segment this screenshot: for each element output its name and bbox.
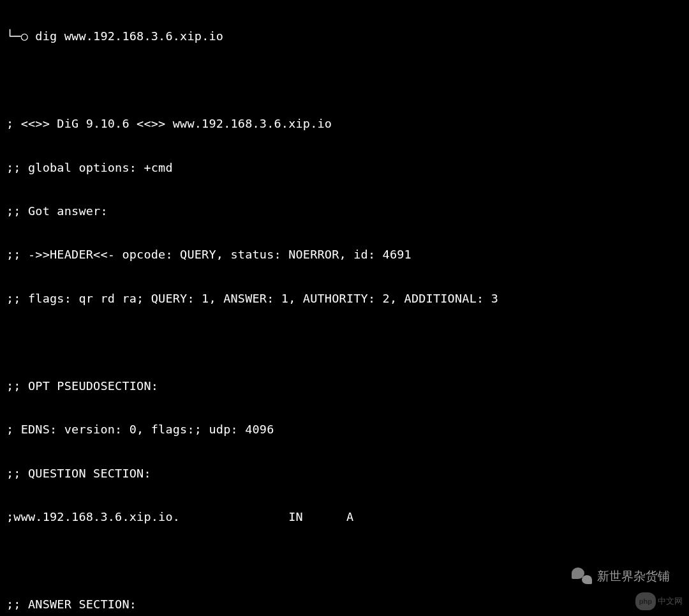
question-section-title: ;; QUESTION SECTION: [6,463,683,485]
header-info-line: ;; ->>HEADER<<- opcode: QUERY, status: N… [6,244,683,266]
php-logo-icon: php [635,592,656,610]
edns-line: ; EDNS: version: 0, flags:; udp: 4096 [6,419,683,440]
watermark-text: 新世界杂货铺 [597,565,670,587]
opt-section-title: ;; OPT PSEUDOSECTION: [6,375,683,397]
prompt-symbol: └─○ [6,29,28,43]
question-record: ;www.192.168.3.6.xip.io. IN A [6,506,683,528]
wechat-watermark: 新世界杂货铺 [572,565,670,587]
php-watermark: php 中文网 [635,589,683,611]
php-watermark-text: 中文网 [658,594,683,609]
command-text: dig www.192.168.3.6.xip.io [35,29,223,43]
global-options-line: ;; global options: +cmd [6,157,683,179]
answer-section-title: ;; ANSWER SECTION: [6,594,683,615]
got-answer-line: ;; Got answer: [6,200,683,222]
command-prompt-line[interactable]: └─○ dig www.192.168.3.6.xip.io [6,26,683,47]
wechat-icon [572,567,592,584]
dig-version-line: ; <<>> DiG 9.10.6 <<>> www.192.168.3.6.x… [6,113,683,135]
terminal-output: └─○ dig www.192.168.3.6.xip.io ; <<>> Di… [6,4,683,616]
flags-line: ;; flags: qr rd ra; QUERY: 1, ANSWER: 1,… [6,288,683,310]
